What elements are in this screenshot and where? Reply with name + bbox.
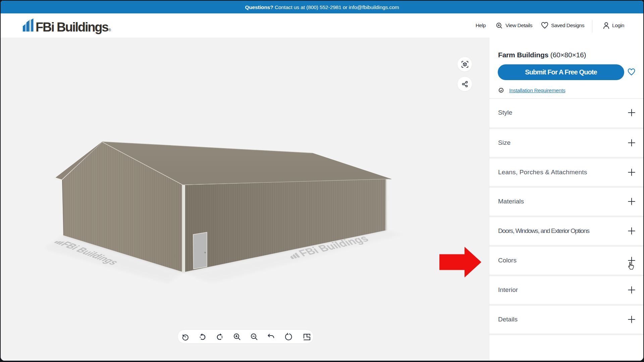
svg-text:FBi Buildings: FBi Buildings	[36, 20, 108, 34]
svg-text:®: ®	[108, 28, 111, 32]
